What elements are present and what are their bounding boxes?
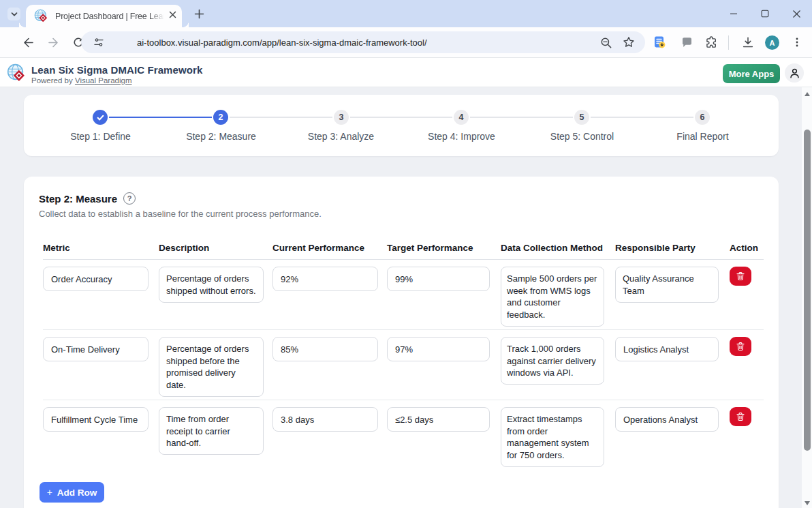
target-performance-input[interactable] <box>387 407 490 432</box>
chevron-down-icon <box>10 10 18 18</box>
kebab-menu-icon <box>792 37 802 48</box>
close-window-button[interactable] <box>781 0 812 27</box>
step-2-circle[interactable]: 2 <box>213 110 228 125</box>
step-1-circle[interactable] <box>93 110 108 125</box>
powered-by-prefix: Powered by <box>31 76 75 85</box>
table-row <box>43 260 764 330</box>
back-arrow-icon <box>22 37 34 48</box>
profile-avatar[interactable]: A <box>765 35 779 50</box>
browser-toolbar: ai-toolbox.visual-paradigm.com/app/lean-… <box>0 27 812 58</box>
address-bar[interactable]: ai-toolbox.visual-paradigm.com/app/lean-… <box>81 31 645 53</box>
description-input[interactable] <box>159 407 264 455</box>
description-input[interactable] <box>159 267 264 303</box>
trash-icon <box>736 271 745 281</box>
col-header-current: Current Performance <box>272 243 378 253</box>
step-5-label[interactable]: Step 5: Control <box>522 131 642 142</box>
app-header: Lean Six Sigma DMAIC Framework Powered b… <box>0 58 812 87</box>
maximize-icon <box>761 10 769 18</box>
step-1-label[interactable]: Step 1: Define <box>40 131 161 142</box>
measure-card: Step 2: Measure ? Collect data to establ… <box>24 177 779 508</box>
data-collection-input[interactable] <box>501 267 604 327</box>
data-collection-input[interactable] <box>501 337 604 385</box>
scrollbar-up-arrow-icon[interactable] <box>805 92 810 96</box>
metric-input[interactable] <box>43 337 149 361</box>
maximize-button[interactable] <box>749 0 781 27</box>
delete-row-button[interactable] <box>730 407 751 426</box>
avatar-letter: A <box>770 39 775 47</box>
responsible-party-input[interactable] <box>615 267 719 303</box>
step-4-circle[interactable]: 4 <box>454 110 469 125</box>
metric-input[interactable] <box>43 267 149 291</box>
col-header-method: Data Collection Method <box>501 243 604 253</box>
zoom-out-icon[interactable] <box>600 37 612 49</box>
step-2-label[interactable]: Step 2: Measure <box>161 131 281 142</box>
stepper-connector <box>230 117 332 118</box>
favicon-icon <box>34 9 48 23</box>
add-row-button[interactable]: + Add Row <box>40 482 104 503</box>
stepper-card: 2 3 4 5 6 Step 1: Define Step 2: Measure… <box>24 95 779 156</box>
page-scrollbar[interactable] <box>802 87 812 508</box>
description-input[interactable] <box>159 337 264 397</box>
step-number: 6 <box>700 113 705 122</box>
forward-arrow-icon <box>48 37 59 48</box>
visual-paradigm-link[interactable]: Visual Paradigm <box>75 76 132 85</box>
user-account-button[interactable] <box>785 63 804 83</box>
add-row-label: Add Row <box>57 488 97 498</box>
more-apps-button[interactable]: More Apps <box>723 64 780 83</box>
table-row <box>43 330 764 400</box>
step-6-label[interactable]: Final Report <box>642 131 763 142</box>
section-title: Step 2: Measure <box>39 193 117 205</box>
step-3-circle[interactable]: 3 <box>334 110 349 125</box>
close-icon <box>792 10 801 18</box>
step-3-label[interactable]: Step 3: Analyze <box>281 131 401 142</box>
tab-title: Project Dashboard | Free Lean S <box>55 12 164 21</box>
tab-close-button[interactable] <box>166 9 178 21</box>
delete-row-button[interactable] <box>730 337 751 356</box>
metric-input[interactable] <box>43 407 149 432</box>
bookmark-star-icon[interactable] <box>623 36 635 48</box>
new-tab-button[interactable] <box>193 8 206 20</box>
check-icon <box>96 113 105 122</box>
target-performance-input[interactable] <box>387 337 490 361</box>
scrollbar-thumb[interactable] <box>804 130 811 451</box>
window-controls <box>718 0 812 27</box>
url-text[interactable]: ai-toolbox.visual-paradigm.com/app/lean-… <box>137 38 427 48</box>
help-icon[interactable]: ? <box>123 192 136 205</box>
page-save-button[interactable] <box>650 33 669 52</box>
col-header-party: Responsible Party <box>615 243 719 253</box>
plus-icon: + <box>47 488 52 497</box>
tab-search-button[interactable] <box>7 8 20 20</box>
step-number: 5 <box>580 113 584 122</box>
current-performance-input[interactable] <box>272 267 378 291</box>
person-icon <box>789 68 800 79</box>
site-settings-icon[interactable] <box>93 37 104 48</box>
scrollbar-down-arrow-icon[interactable] <box>805 501 810 505</box>
comment-bubble-icon <box>681 37 693 48</box>
browser-tab[interactable]: Project Dashboard | Free Lean S <box>26 5 182 27</box>
current-performance-input[interactable] <box>272 337 378 361</box>
step-number: 2 <box>219 113 223 122</box>
responsible-party-input[interactable] <box>615 337 719 361</box>
data-collection-input[interactable] <box>501 407 604 467</box>
target-performance-input[interactable] <box>387 267 490 291</box>
col-header-target: Target Performance <box>387 243 490 253</box>
browser-menu-button[interactable] <box>787 33 807 52</box>
downloads-button[interactable] <box>738 33 758 52</box>
extensions-button[interactable] <box>702 33 721 52</box>
step-5-circle[interactable]: 5 <box>574 110 589 125</box>
minimize-icon <box>730 10 738 18</box>
current-performance-input[interactable] <box>272 407 378 432</box>
help-glyph: ? <box>127 194 132 203</box>
comment-button[interactable] <box>677 33 696 52</box>
step-4-label[interactable]: Step 4: Improve <box>401 131 522 142</box>
toolbar-separator <box>728 35 729 50</box>
delete-row-button[interactable] <box>730 267 751 286</box>
table-header-row: Metric Description Current Performance T… <box>43 243 764 260</box>
back-button[interactable] <box>18 33 37 52</box>
plus-icon <box>194 9 204 19</box>
forward-button[interactable] <box>44 33 63 52</box>
col-header-action: Action <box>730 243 751 253</box>
responsible-party-input[interactable] <box>615 407 719 432</box>
step-6-circle[interactable]: 6 <box>695 110 710 125</box>
minimize-button[interactable] <box>718 0 749 27</box>
